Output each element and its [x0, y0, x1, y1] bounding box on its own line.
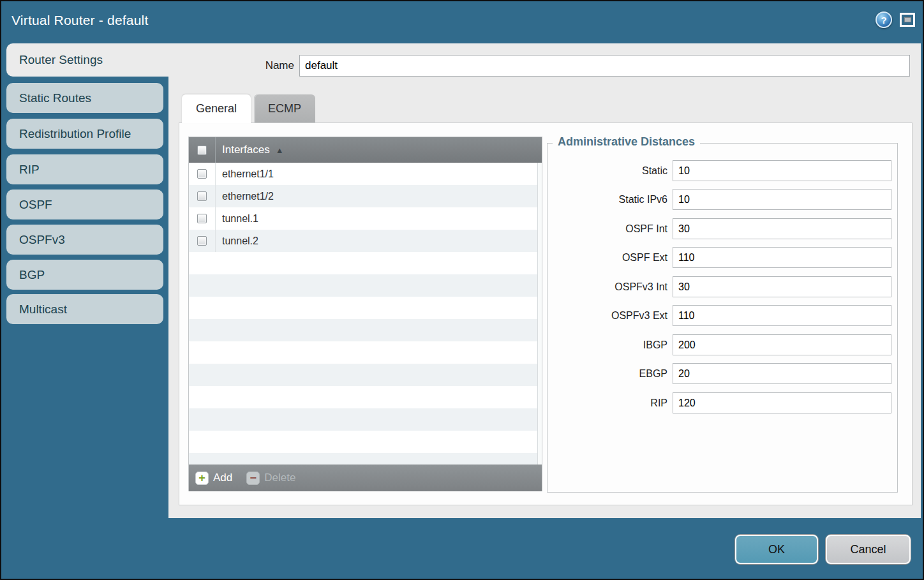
- maximize-icon[interactable]: [900, 13, 915, 27]
- sidebar-item-static-routes[interactable]: Static Routes: [6, 83, 163, 113]
- sidebar-item-redistribution-profile[interactable]: Redistribution Profile: [6, 119, 163, 149]
- row-checkbox-cell: [189, 230, 216, 252]
- table-row[interactable]: tunnel.1: [189, 207, 542, 230]
- field-row-ospf-int: OSPF Int: [548, 218, 897, 239]
- sidebar-item-ospf[interactable]: OSPF: [6, 190, 163, 219]
- title-bar: Virtual Router - default ?: [1, 1, 923, 42]
- window-icons: ?: [876, 11, 915, 28]
- interfaces-table: Interfaces ▲ ethernet1/1 ethernet1/2 tun…: [188, 137, 542, 491]
- sidebar-item-router-settings[interactable]: Router Settings: [6, 43, 168, 77]
- interfaces-table-body: ethernet1/1 ethernet1/2 tunnel.1 tunnel.…: [189, 163, 542, 465]
- select-all-checkbox[interactable]: [197, 145, 207, 155]
- sidebar-item-label: OSPFv3: [19, 233, 65, 247]
- row-checkbox-cell: [189, 207, 216, 230]
- row-checkbox[interactable]: [197, 191, 207, 201]
- field-label: IBGP: [643, 334, 667, 355]
- sidebar-item-bgp[interactable]: BGP: [6, 260, 163, 290]
- add-button-label: Add: [213, 472, 232, 484]
- interface-name: ethernet1/2: [216, 191, 274, 202]
- field-label: Static IPv6: [619, 189, 667, 210]
- table-row[interactable]: ethernet1/1: [189, 163, 542, 185]
- delete-minus-icon: −: [246, 472, 260, 485]
- field-label: EBGP: [639, 363, 667, 384]
- ospfv3-ext-distance-input[interactable]: [673, 305, 891, 326]
- tab-label: General: [196, 102, 237, 115]
- delete-button-label: Delete: [264, 472, 295, 484]
- field-row-static-ipv6: Static IPv6: [548, 189, 897, 210]
- field-row-static: Static: [548, 160, 897, 181]
- field-label: OSPFv3 Ext: [611, 305, 667, 326]
- tab-label: ECMP: [268, 102, 301, 115]
- row-checkbox[interactable]: [197, 236, 207, 246]
- interfaces-header-label: Interfaces: [222, 144, 270, 156]
- interface-name: tunnel.2: [216, 235, 258, 247]
- administrative-distances-group: Administrative Distances Static Static I…: [547, 143, 898, 493]
- dialog-title: Virtual Router - default: [11, 13, 149, 28]
- sidebar-item-label: Multicast: [19, 302, 67, 316]
- select-all-column: [189, 137, 216, 163]
- interface-name: tunnel.1: [216, 213, 258, 225]
- delete-button[interactable]: − Delete: [246, 472, 295, 485]
- add-button[interactable]: + Add: [195, 472, 232, 485]
- sidebar-item-multicast[interactable]: Multicast: [6, 294, 163, 324]
- ebgp-distance-input[interactable]: [673, 363, 891, 384]
- maximize-icon-inner: [904, 17, 911, 22]
- field-label: OSPFv3 Int: [615, 276, 667, 297]
- interfaces-table-header: Interfaces ▲: [189, 137, 542, 163]
- row-checkbox[interactable]: [197, 214, 207, 223]
- tab-ecmp[interactable]: ECMP: [254, 94, 315, 123]
- tab-general[interactable]: General: [182, 94, 251, 123]
- help-icon[interactable]: ?: [876, 11, 892, 28]
- sidebar-item-label: BGP: [19, 268, 45, 282]
- field-row-ospf-ext: OSPF Ext: [548, 247, 897, 268]
- add-plus-icon: +: [195, 472, 209, 485]
- sidebar-item-label: Redistribution Profile: [19, 127, 131, 141]
- field-label: OSPF Ext: [622, 247, 667, 268]
- field-row-ibgp: IBGP: [548, 334, 897, 355]
- field-row-rip: RIP: [548, 392, 897, 413]
- row-checkbox[interactable]: [197, 169, 207, 179]
- table-row[interactable]: tunnel.2: [189, 230, 542, 252]
- field-row-ospfv3-int: OSPFv3 Int: [548, 276, 897, 297]
- static-distance-input[interactable]: [673, 160, 891, 181]
- ospfv3-int-distance-input[interactable]: [673, 276, 891, 297]
- row-checkbox-cell: [189, 163, 216, 185]
- ospf-ext-distance-input[interactable]: [673, 247, 891, 268]
- sidebar-item-label: OSPF: [19, 198, 52, 212]
- interfaces-column-header[interactable]: Interfaces ▲: [216, 144, 284, 156]
- rip-distance-input[interactable]: [673, 392, 891, 413]
- administrative-distances-legend: Administrative Distances: [553, 135, 700, 149]
- sort-ascending-icon: ▲: [276, 145, 284, 155]
- sidebar-item-rip[interactable]: RIP: [6, 154, 163, 184]
- field-row-ospfv3-ext: OSPFv3 Ext: [548, 305, 897, 326]
- name-label: Name: [244, 55, 294, 77]
- interface-name: ethernet1/1: [216, 168, 274, 180]
- cancel-button[interactable]: Cancel: [826, 535, 911, 564]
- field-label: Static: [642, 160, 667, 181]
- sidebar-item-ospfv3[interactable]: OSPFv3: [6, 225, 163, 255]
- field-label: RIP: [650, 392, 667, 413]
- table-scrollbar[interactable]: [537, 163, 542, 465]
- sidebar-item-label: Static Routes: [19, 91, 91, 105]
- sidebar-item-label: Router Settings: [19, 53, 103, 67]
- name-input[interactable]: [299, 55, 910, 77]
- row-checkbox-cell: [189, 185, 216, 207]
- ibgp-distance-input[interactable]: [673, 334, 891, 355]
- field-row-ebgp: EBGP: [548, 363, 897, 384]
- ok-button[interactable]: OK: [735, 535, 818, 564]
- sidebar-item-label: RIP: [19, 163, 40, 177]
- field-label: OSPF Int: [625, 218, 667, 239]
- ospf-int-distance-input[interactable]: [673, 218, 891, 239]
- table-row[interactable]: ethernet1/2: [189, 185, 542, 207]
- virtual-router-dialog: Virtual Router - default ? Router Settin…: [0, 0, 924, 580]
- interfaces-table-footer: + Add − Delete: [189, 465, 542, 491]
- static-ipv6-distance-input[interactable]: [673, 189, 891, 210]
